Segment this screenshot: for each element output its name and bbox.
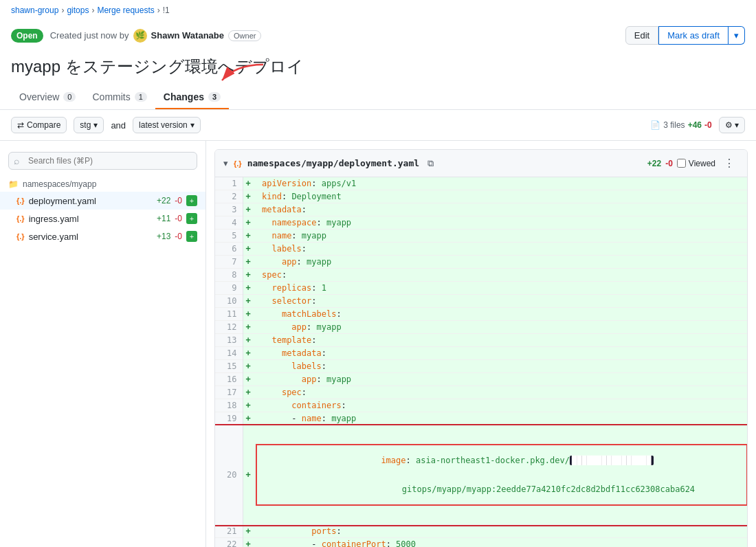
tab-commits[interactable]: Commits 1 [84,86,155,109]
files-count: 📄 3 files +46 -0 [650,120,711,130]
filename-deployment: deployment.yaml [29,196,96,206]
diff-row-5: 5 + name: myapp [215,230,747,243]
search-files-wrapper [0,149,205,177]
file-deletions-ingress: -0 [175,214,182,223]
file-deletions-deployment: -0 [175,196,182,205]
diff-file-deployment: ▾ {.} namespaces/myapp/deployment.yaml ⧉… [214,149,748,547]
diff-row-17: 17 + spec: [215,386,747,399]
diff-settings-button[interactable]: ⚙ ▾ [719,117,745,133]
more-options-deployment[interactable]: ⋮ [720,155,739,171]
mark-draft-dropdown-button[interactable]: ▾ [729,26,745,45]
branch1-select[interactable]: stg ▾ [74,117,104,133]
role-badge: Owner [228,30,261,41]
overview-count: 0 [63,92,76,102]
file-deletions-service: -0 [175,232,182,241]
content-area: 📁 namespaces/myapp {.} deployment.yaml +… [0,141,756,547]
diff-row-20: 20 + image: asia-northeast1-docker.pkg.d… [215,425,747,525]
breadcrumb-pr-id: !1 [163,5,170,15]
chevron-down-icon: ▾ [93,120,98,130]
file-additions-deployment: +22 [157,196,170,205]
breadcrumb: shawn-group › gitops › Merge requests › … [0,0,756,21]
yaml-icon-ingress: {.} [16,214,25,223]
filename-service: service.yaml [29,232,78,242]
diff-header-deployment: ▾ {.} namespaces/myapp/deployment.yaml ⧉… [215,150,747,177]
compare-icon: ⇄ [17,120,24,130]
diff-table-deployment: 1 + apiVersion: apps/v1 2 + kind: Deploy… [215,177,747,547]
status-badge: Open [11,29,43,43]
diff-row-19: 19 + - name: myapp [215,412,747,425]
file-item-ingress[interactable]: {.} ingress.yaml +11 -0 + [0,210,205,227]
diff-row-10: 10 + selector: [215,295,747,308]
diff-stats-deployment: +22 -0 Viewed ⋮ [647,155,739,171]
toolbar: ⇄ Compare stg ▾ and latest version ▾ 📄 3… [0,110,756,141]
file-additions-service: +13 [157,232,170,241]
deletions-count: -0 [704,120,712,130]
chevron-down-icon-3: ▾ [735,120,739,130]
diff-row-9: 9 + replicas: 1 [215,282,747,295]
diff-filename-deployment: namespaces/myapp/deployment.yaml [247,158,419,168]
collapse-button-deployment[interactable]: ▾ [223,158,228,168]
pr-title: myapp をステージング環境へデプロイ [11,50,745,86]
search-wrapper [8,152,197,170]
yaml-icon-diff-deployment: {.} [234,159,242,168]
diff-row-3: 3 + metadata: [215,203,747,216]
file-item-deployment[interactable]: {.} deployment.yaml +22 -0 + [0,192,205,210]
diff-row-22: 22 + - containerPort: 5000 [215,538,747,548]
yaml-icon-service: {.} [16,232,25,241]
yaml-icon-deployment: {.} [16,197,25,205]
diff-row-11: 11 + matchLabels: [215,308,747,321]
diff-row-13: 13 + template: [215,334,747,347]
diff-row-18: 18 + containers: [215,399,747,412]
directory-label: 📁 namespaces/myapp [0,177,205,192]
search-input[interactable] [8,152,197,170]
toolbar-right: 📄 3 files +46 -0 ⚙ ▾ [650,117,745,133]
diff-row-2: 2 + kind: Deployment [215,190,747,203]
expand-button-service[interactable]: + [186,231,197,242]
diff-row-7: 7 + app: myapp [215,256,747,269]
chevron-down-icon-2: ▾ [190,120,194,130]
compare-button[interactable]: ⇄ Compare [11,117,67,133]
tab-overview[interactable]: Overview 0 [11,86,84,109]
copy-path-button-deployment[interactable]: ⧉ [425,157,436,170]
header-top: Open Created just now by 🌿 Shawn Watanab… [11,26,745,45]
expand-button-ingress[interactable]: + [186,213,197,224]
viewed-checkbox-deployment[interactable]: Viewed [677,159,715,168]
breadcrumb-repo[interactable]: gitops [67,5,89,15]
diff-row-16: 16 + app: myapp [215,373,747,386]
breadcrumb-group[interactable]: shawn-group [11,5,58,15]
file-item-service[interactable]: {.} service.yaml +13 -0 + [0,227,205,245]
file-additions-ingress: +11 [157,214,170,223]
branch2-select[interactable]: latest version ▾ [133,117,201,133]
header-meta: Created just now by 🌿 Shawn Watanabe Own… [50,29,262,43]
header-buttons: Edit Mark as draft ▾ [625,26,745,45]
diff-row-21: 21 + ports: [215,525,747,538]
filename-ingress: ingress.yaml [29,214,79,224]
header-section: Open Created just now by 🌿 Shawn Watanab… [0,21,756,110]
edit-button[interactable]: Edit [625,26,658,45]
tab-changes[interactable]: Changes 3 [155,86,229,109]
diff-row-14: 14 + metadata: [215,347,747,360]
file-icon: 📄 [650,120,660,130]
author-name: Shawn Watanabe [151,30,224,41]
avatar: 🌿 [133,29,147,43]
gear-icon: ⚙ [725,120,733,130]
diff-area: ▾ {.} namespaces/myapp/deployment.yaml ⧉… [206,141,756,547]
commits-count: 1 [135,92,147,102]
folder-icon: 📁 [8,179,19,189]
viewed-input-deployment[interactable] [677,159,686,168]
header-left: Open Created just now by 🌿 Shawn Watanab… [11,29,261,43]
diff-row-6: 6 + labels: [215,243,747,256]
mark-draft-button[interactable]: Mark as draft [658,26,729,45]
diff-row-15: 15 + labels: [215,360,747,373]
diff-row-4: 4 + namespace: myapp [215,216,747,230]
annotation-arrow [215,61,270,89]
diff-row-1: 1 + apiVersion: apps/v1 [215,177,747,190]
changes-count: 3 [208,92,221,102]
expand-button-deployment[interactable]: + [186,195,197,206]
diff-row-8: 8 + spec: [215,269,747,282]
additions-count: +46 [688,120,702,130]
sidebar: 📁 namespaces/myapp {.} deployment.yaml +… [0,141,206,547]
diff-row-12: 12 + app: myapp [215,321,747,334]
breadcrumb-section[interactable]: Merge requests [97,5,154,15]
tabs: Overview 0 Commits 1 Changes 3 [11,86,745,109]
